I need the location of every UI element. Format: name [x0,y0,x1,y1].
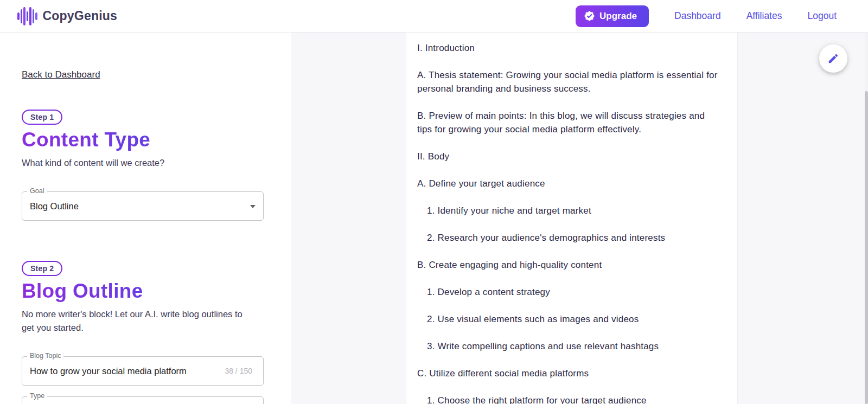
brand-name: CopyGenius [43,9,117,23]
blog-topic-label: Blog Topic [27,352,63,360]
outline-paragraph: B. Preview of main points: In this blog,… [417,109,719,136]
outline-paragraph: 2. Research your audience's demographics… [417,231,719,245]
output-panel: I. IntroductionA. Thesis statement: Grow… [291,33,868,404]
type-label: Type [27,392,47,400]
outline-paragraph: 3. Write compelling captions and use rel… [417,339,719,353]
outline-paragraph: A. Thesis statement: Growing your social… [417,68,719,95]
scrollbar-track[interactable] [865,33,868,404]
generated-outline-document[interactable]: I. IntroductionA. Thesis statement: Grow… [406,33,738,404]
outline-paragraph: I. Introduction [417,41,719,55]
char-counter: 38 / 150 [225,367,256,375]
blog-topic-value: How to grow your social media platform [30,366,187,376]
nav-link-affiliates[interactable]: Affiliates [746,10,782,22]
pencil-icon [827,53,839,65]
outline-paragraph: 2. Use visual elements such as images an… [417,312,719,326]
outline-paragraph: C. Utilize different social media platfo… [417,367,719,380]
step1-title: Content Type [22,129,267,151]
edit-button[interactable] [819,44,847,73]
nav-link-logout[interactable]: Logout [807,10,837,22]
goal-value: Blog Outline [30,201,79,211]
outline-paragraph: 1. Develop a content strategy [417,285,719,299]
step2-badge: Step 2 [22,261,62,276]
form-panel: Back to Dashboard Step 1 Content Type Wh… [0,33,291,404]
step2-subtitle: No more writer's block! Let our A.I. wri… [22,307,250,335]
outline-paragraph: B. Create engaging and high-quality cont… [417,258,719,272]
goal-label: Goal [27,187,47,195]
step1-subtitle: What kind of content will we create? [22,156,250,170]
outline-paragraph: II. Body [417,150,719,163]
goal-select[interactable]: Goal Blog Outline [22,191,264,221]
waveform-logo-icon [17,7,37,26]
nav-link-dashboard[interactable]: Dashboard [674,10,721,22]
blog-topic-input[interactable]: Blog Topic How to grow your social media… [22,356,264,386]
navbar-links: Upgrade Dashboard Affiliates Logout [576,5,837,27]
step1-badge: Step 1 [22,110,62,125]
outline-paragraph: 1. Choose the right platform for your ta… [417,394,719,404]
upgrade-button[interactable]: Upgrade [576,5,649,27]
scrollbar-thumb[interactable] [865,91,868,404]
upgrade-label: Upgrade [599,11,637,22]
brand[interactable]: CopyGenius [17,7,117,26]
type-input[interactable]: Type [22,396,264,404]
outline-paragraph: A. Define your target audience [417,177,719,190]
back-to-dashboard-link[interactable]: Back to Dashboard [22,69,100,80]
outline-paragraph: 1. Identify your niche and target market [417,204,719,217]
verified-badge-icon [584,11,595,21]
chevron-down-icon [250,205,256,208]
top-navbar: CopyGenius Upgrade Dashboard Affiliates … [0,0,868,33]
step2-title: Blog Outline [22,280,267,303]
